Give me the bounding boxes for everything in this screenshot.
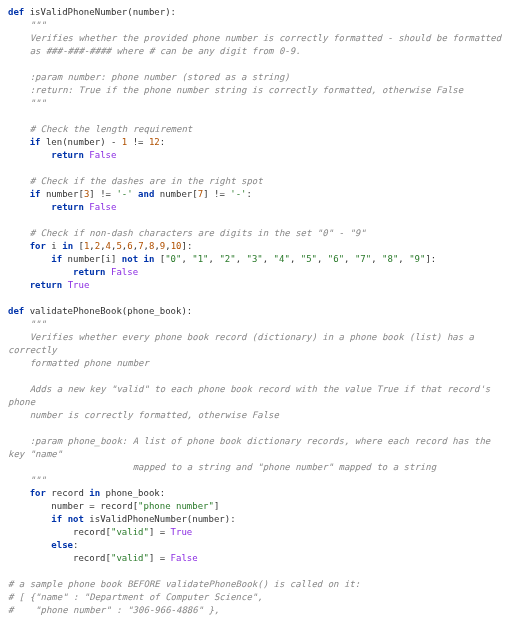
- docstring: """: [8, 98, 46, 108]
- docstring-line: :param number: phone number (stored as a…: [8, 72, 290, 82]
- comment: # Check if non-dash characters are digit…: [8, 228, 366, 238]
- docstring-line: Verifies whether every phone book record…: [8, 332, 479, 355]
- code-line: def: [8, 7, 24, 17]
- docstring-line: Adds a new key "valid" to each phone boo…: [8, 384, 496, 407]
- docstring: """: [8, 475, 46, 485]
- comment: # a sample phone book BEFORE validatePho…: [8, 579, 360, 589]
- docstring: """: [8, 20, 46, 30]
- docstring-line: number is correctly formatted, otherwise…: [8, 410, 279, 420]
- comment: # Check the length requirement: [8, 124, 192, 134]
- docstring-line: formatted phone number: [8, 358, 149, 368]
- code-block: def isValidPhoneNumber(number): """ Veri…: [0, 0, 517, 617]
- docstring: """: [8, 319, 46, 329]
- comment: # [ {"name" : "Department of Computer Sc…: [8, 592, 263, 602]
- comment: # "phone number" : "306-966-4886" },: [8, 605, 219, 615]
- docstring-line: Verifies whether the provided phone numb…: [8, 33, 501, 43]
- docstring-line: :param phone_book: A list of phone book …: [8, 436, 496, 459]
- docstring-line: mapped to a string and "phone number" ma…: [8, 462, 436, 472]
- docstring-line: :return: True if the phone number string…: [8, 85, 463, 95]
- docstring-line: as ###-###-#### where # can be any digit…: [8, 46, 301, 56]
- comment: # Check if the dashes are in the right s…: [8, 176, 263, 186]
